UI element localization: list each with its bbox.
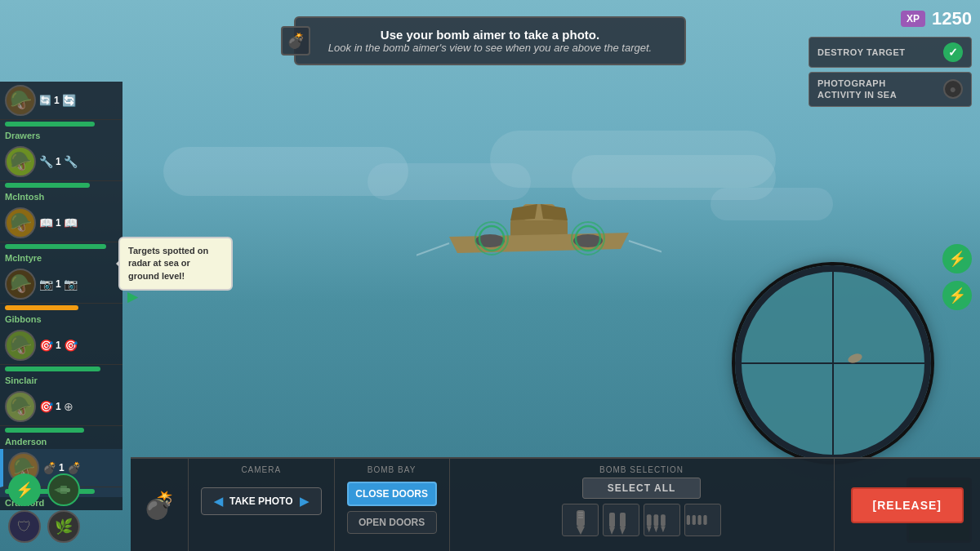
bomb-aimer-scope: [735, 265, 931, 461]
crew-mcintosh[interactable]: 🪖 🔧 1 🔧 McIntosh: [0, 143, 122, 204]
instruction-line1: Use your bomb aimer to take a photo.: [320, 28, 660, 42]
tooltip-text: Targets spotted on radar at sea or groun…: [128, 246, 208, 281]
svg-marker-18: [577, 527, 585, 535]
bomb-icon-panel: 💣: [131, 459, 189, 551]
release-section: [RELEASE]: [835, 459, 980, 551]
crew-icons-drawers: 🔄 1 🔄: [39, 94, 118, 107]
right-button-mid[interactable]: ⚡: [942, 281, 972, 310]
svg-rect-15: [60, 486, 67, 488]
crew-icons-mcintosh: 🔧 1 🔧: [39, 155, 118, 168]
crew-icons-mcintyre: 📖 1 📖: [39, 216, 118, 229]
bottom-left-icons: ⚡ 🛡 🌿: [4, 473, 127, 543]
objective-destroy-target[interactable]: DESTROY TARGET ✓: [808, 37, 972, 68]
crew-avatar-sinclair: 🪖: [5, 330, 36, 361]
tooltip-bubble: Targets spotted on radar at sea or groun…: [118, 237, 233, 291]
crew-icons-gibbons: 📷 1 📷: [39, 278, 118, 291]
objectives-panel: DESTROY TARGET ✓ PHOTOGRAPHACTIVITY IN S…: [808, 37, 972, 111]
objective-photograph-check: ●: [943, 79, 963, 99]
open-doors-button[interactable]: OPEN DOORS: [347, 511, 437, 534]
svg-marker-23: [609, 527, 615, 535]
objective-destroy-check: ✓: [943, 42, 963, 62]
svg-marker-4: [541, 204, 568, 220]
xp-value: 1250: [932, 8, 972, 29]
instruction-line2: Look in the bomb aimer's view to see whe…: [320, 42, 660, 54]
crew-icons-anderson: 🎯 1 ⊕: [39, 400, 118, 413]
svg-rect-32: [687, 515, 690, 525]
crew-avatar-mcintyre: 🪖: [5, 207, 36, 238]
crew-name-gibbons: Gibbons: [0, 313, 122, 327]
crew-icons-crawford: 💣 1 💣: [42, 461, 118, 474]
svg-rect-24: [620, 513, 626, 527]
crew-panel: 🪖 🔄 1 🔄 Drawers 🪖 🔧 1 🔧 McIntosh 🪖: [0, 82, 122, 510]
svg-rect-35: [703, 515, 706, 525]
svg-marker-14: [54, 487, 60, 493]
crew-anderson[interactable]: 🪖 🎯 1 ⊕ Anderson: [0, 388, 122, 449]
objective-photograph-label: PHOTOGRAPHACTIVITY IN SEA: [817, 78, 897, 101]
take-photo-label: TAKE PHOTO: [229, 495, 293, 507]
bottom-icon-row-top: ⚡: [4, 473, 127, 506]
camera-section: CAMERA ◀ TAKE PHOTO ▶: [189, 459, 335, 551]
svg-line-11: [416, 243, 449, 261]
crew-sinclair[interactable]: 🪖 🎯 1 🎯 Sinclair: [0, 327, 122, 388]
lightning-btn[interactable]: ⚡: [8, 473, 41, 506]
take-photo-arrow-left: ◀: [214, 495, 223, 508]
svg-rect-33: [693, 515, 696, 525]
take-photo-button[interactable]: ◀ TAKE PHOTO ▶: [201, 487, 322, 515]
camera-label: CAMERA: [241, 465, 281, 474]
svg-marker-25: [620, 527, 626, 535]
svg-marker-27: [647, 526, 652, 532]
bomb-slot-2[interactable]: [603, 504, 639, 536]
instruction-banner: 💣 Use your bomb aimer to take a photo. L…: [294, 16, 686, 65]
bottom-panel: 💣 CAMERA ◀ TAKE PHOTO ▶ BOMB BAY CLOSE D…: [131, 457, 980, 551]
bomb-slot-3[interactable]: [644, 504, 680, 536]
crew-drawers[interactable]: 🪖 🔄 1 🔄 Drawers: [0, 82, 122, 143]
crew-avatar-drawers: 🪖: [5, 85, 36, 116]
crew-name-mcintosh: McIntosh: [0, 191, 122, 204]
svg-marker-3: [510, 204, 537, 220]
shield-btn[interactable]: 🛡: [8, 510, 41, 543]
bomb-slots: [562, 504, 721, 536]
crew-name-drawers: Drawers: [0, 130, 122, 143]
svg-marker-29: [654, 526, 659, 532]
crew-name-anderson: Anderson: [0, 436, 122, 449]
bomb-icon-top: 💣: [281, 26, 310, 56]
bomb-slot-4[interactable]: [684, 504, 721, 536]
bomb-selection-label: BOMB SELECTION: [599, 465, 684, 474]
take-photo-arrow-right: ▶: [300, 495, 309, 508]
svg-rect-26: [647, 514, 652, 526]
bottom-icon-row-bottom: 🛡 🌿: [4, 510, 127, 543]
plane: [416, 180, 662, 297]
bomb-bay-section: BOMB BAY CLOSE DOORS OPEN DOORS: [335, 459, 450, 551]
objective-photograph[interactable]: PHOTOGRAPHACTIVITY IN SEA ●: [808, 72, 972, 107]
bomb-icon-large: 💣: [143, 490, 176, 521]
crew-name-sinclair: Sinclair: [0, 375, 122, 388]
bomb-slot-1[interactable]: [562, 504, 599, 536]
xp-display: XP 1250: [901, 8, 972, 29]
crew-avatar-mcintosh: 🪖: [5, 146, 36, 177]
select-all-button[interactable]: SELECT ALL: [582, 478, 702, 499]
svg-rect-30: [661, 514, 666, 526]
crew-avatar-gibbons: 🪖: [5, 269, 36, 300]
svg-rect-34: [698, 515, 702, 525]
right-button-top[interactable]: ⚡: [942, 244, 972, 273]
svg-rect-22: [609, 513, 615, 527]
objective-destroy-label: DESTROY TARGET: [817, 47, 905, 57]
scope-crosshair-vertical: [832, 272, 834, 455]
crew-avatar-anderson: 🪖: [5, 391, 36, 422]
svg-rect-28: [654, 514, 659, 526]
crew-icons-sinclair: 🎯 1 🎯: [39, 339, 118, 352]
svg-rect-16: [60, 491, 67, 494]
bomb-bay-label: BOMB BAY: [368, 465, 416, 474]
svg-marker-31: [661, 526, 666, 532]
leaf-btn[interactable]: 🌿: [47, 510, 80, 543]
xp-badge: XP: [901, 11, 925, 27]
release-button[interactable]: [RELEASE]: [851, 487, 964, 523]
crew-mcintyre[interactable]: 🪖 📖 1 📖 McIntyre: [0, 204, 122, 265]
plane-btn[interactable]: [47, 473, 80, 506]
svg-line-12: [629, 241, 662, 257]
bomb-selection-section: BOMB SELECTION SELECT ALL: [450, 459, 835, 551]
close-doors-button[interactable]: CLOSE DOORS: [347, 482, 437, 506]
crew-name-mcintyre: McIntyre: [0, 252, 122, 265]
crew-gibbons[interactable]: 🪖 📷 1 📷 Gibbons ▶: [0, 265, 122, 327]
